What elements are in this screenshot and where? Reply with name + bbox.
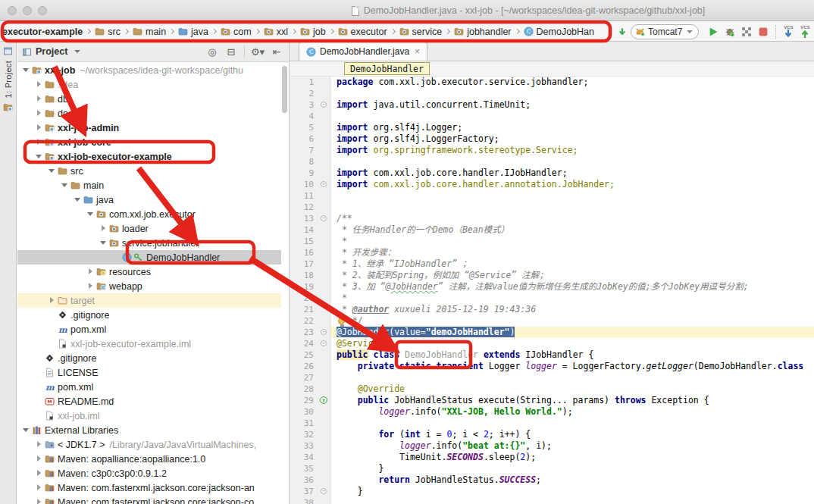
tree-item[interactable]: main — [17, 178, 281, 193]
run-configuration-select[interactable]: Tomcat7 — [631, 24, 699, 39]
gutter-line-number[interactable]: 24 — [290, 338, 318, 349]
gutter-line-number[interactable]: 26 — [290, 361, 318, 372]
collapse-arrow-icon[interactable] — [35, 152, 43, 161]
breadcrumb-item-job[interactable]: job — [299, 27, 327, 37]
tree-item[interactable]: xxl-job-core — [17, 135, 281, 149]
gutter-line-number[interactable]: 35 — [290, 463, 318, 474]
breadcrumb-item-main[interactable]: main — [132, 27, 167, 37]
code-line-26[interactable]: 26 private static transient Logger logge… — [290, 361, 814, 372]
expand-arrow-icon[interactable] — [35, 440, 43, 449]
intention-bulb-icon[interactable] — [338, 318, 346, 327]
gutter-line-number[interactable]: 1 — [290, 77, 318, 88]
debug-button[interactable] — [722, 23, 738, 40]
tree-item[interactable]: .gitignore — [17, 351, 281, 365]
code-line-31[interactable]: 31 — [290, 418, 814, 429]
tree-item[interactable]: .idea — [17, 77, 281, 92]
code-line-38[interactable]: 38 — [290, 497, 814, 504]
breadcrumb-item-jobhandler[interactable]: jobhandler — [453, 27, 512, 37]
fold-marker-icon[interactable]: − — [321, 329, 327, 335]
class-lens-pill[interactable]: DemoJobHandler — [344, 62, 430, 75]
tree-item[interactable]: doc — [17, 106, 281, 121]
expand-arrow-icon[interactable] — [48, 296, 56, 305]
tree-item[interactable]: loader — [17, 221, 281, 236]
fold-marker-icon[interactable]: − — [321, 102, 327, 108]
code-line-2[interactable]: 2 — [290, 88, 814, 99]
code-line-9[interactable]: 9import com.xxl.job.core.handler.IJobHan… — [290, 167, 814, 179]
override-method-icon[interactable]: ↑ — [320, 396, 327, 404]
breadcrumb-item-executor[interactable]: executor — [337, 27, 388, 37]
breadcrumb-item-service[interactable]: service — [399, 27, 443, 37]
navigate-down-icon[interactable] — [614, 23, 631, 40]
fold-marker-icon[interactable]: − — [321, 215, 327, 221]
tree-item[interactable]: < JDK1.7 >/Library/Java/JavaVirtualMachi… — [17, 437, 281, 452]
tree-item[interactable]: xxl-job-admin — [17, 121, 281, 135]
code-line-3[interactable]: 3−import java.util.concurrent.TimeUnit; — [290, 99, 814, 111]
gutter-line-number[interactable]: 38 — [290, 497, 318, 504]
code-line-11[interactable]: 11 — [290, 190, 814, 202]
gutter-line-number[interactable]: 4 — [290, 111, 318, 122]
code-line-18[interactable]: 18 * 2、装配到Spring，例如加 “@Service” 注解； — [290, 270, 814, 281]
gutter-line-number[interactable]: 15 — [290, 236, 318, 247]
gutter-line-number[interactable]: 9 — [290, 167, 318, 179]
expand-arrow-icon[interactable] — [35, 95, 43, 103]
gutter-line-number[interactable]: 6 — [290, 133, 318, 145]
tree-item[interactable]: xxl-job-executor-example.iml — [17, 337, 281, 351]
gutter-line-number[interactable]: 28 — [290, 383, 318, 395]
gear-icon[interactable]: ⚙▾ — [250, 46, 265, 58]
tree-item[interactable]: xxl-job.iml — [17, 409, 281, 423]
minimize-window-button[interactable] — [23, 6, 32, 15]
collapse-arrow-icon[interactable] — [61, 181, 69, 189]
tree-item[interactable]: Maven: aopalliance:aopalliance:1.0 — [17, 452, 281, 466]
code-line-10[interactable]: 10−import com.xxl.job.core.handler.annot… — [290, 179, 814, 190]
expand-arrow-icon[interactable] — [35, 498, 43, 504]
code-line-25[interactable]: 25public class DemoJobHandler extends IJ… — [290, 349, 814, 361]
code-line-30[interactable]: 30 logger.info("XXL-JOB, Hello World."); — [290, 406, 814, 418]
gutter-line-number[interactable]: 23 — [290, 327, 318, 338]
collapse-arrow-icon[interactable] — [74, 196, 82, 204]
breadcrumb-item-com[interactable]: com — [220, 27, 252, 37]
tree-item[interactable]: CDemoJobHandler — [17, 250, 281, 265]
code-line-27[interactable]: 27 — [290, 372, 814, 383]
code-line-21[interactable]: 21 * @author xuxueli 2015-12-19 19:43:36 — [290, 304, 814, 315]
gutter-line-number[interactable]: 5 — [290, 122, 318, 133]
gutter-line-number[interactable]: 37 — [290, 486, 318, 497]
code-line-28[interactable]: 28 @Override — [290, 383, 814, 395]
tree-item[interactable]: Maven: com.fasterxml.jackson.core:jackso… — [17, 481, 281, 495]
gutter-line-number[interactable]: 7 — [290, 145, 318, 156]
code-line-36[interactable]: 36 return JobHandleStatus.SUCCESS; — [290, 474, 814, 486]
collapse-arrow-icon[interactable] — [22, 66, 30, 74]
gutter-line-number[interactable]: 12 — [290, 202, 318, 213]
tree-item[interactable]: db — [17, 92, 281, 106]
expand-arrow-icon[interactable] — [35, 80, 43, 89]
tree-item[interactable]: mpom.xml — [17, 322, 281, 337]
code-line-7[interactable]: 7import org.springframework.stereotype.S… — [290, 145, 814, 156]
code-line-35[interactable]: 35 } — [290, 463, 814, 474]
fold-marker-icon[interactable]: − — [321, 488, 327, 494]
tab-demojobhandler[interactable]: C DemoJobHandler.java × — [299, 42, 427, 61]
code-line-5[interactable]: 5import org.slf4j.Logger; — [290, 122, 814, 133]
vcs-update-button[interactable]: VCS — [780, 25, 797, 38]
breadcrumb-item-xxl[interactable]: xxl — [263, 27, 289, 37]
code-line-4[interactable]: 4 — [290, 111, 814, 122]
tree-item[interactable]: MREADME.md — [17, 394, 281, 409]
code-line-33[interactable]: 33 logger.info("beat at:{}", i); — [290, 440, 814, 452]
code-line-6[interactable]: 6import org.slf4j.LoggerFactory; — [290, 133, 814, 145]
gutter-line-number[interactable]: 19 — [290, 281, 318, 293]
hide-panel-icon[interactable]: ⇤ — [269, 46, 284, 58]
tree-item[interactable]: webapp — [17, 279, 281, 293]
tree-item[interactable]: src — [17, 164, 281, 178]
gutter-line-number[interactable]: 18 — [290, 270, 318, 281]
tree-item[interactable]: mpom.xml — [17, 380, 281, 394]
gutter-line-number[interactable]: 13 — [290, 213, 318, 224]
code-line-22[interactable]: 22 */ — [290, 315, 814, 327]
gutter-line-number[interactable]: 27 — [290, 372, 318, 383]
code-line-23[interactable]: 23−@JobHander(value="demoJobHandler") — [290, 327, 814, 338]
gutter-line-number[interactable]: 11 — [290, 190, 318, 202]
tree-item[interactable]: Maven: com.fasterxml.jackson.core:jackso… — [17, 495, 281, 504]
code-line-14[interactable]: 14 * 任务Handler的一个Demo（Bean模式） — [290, 224, 814, 236]
tree-item[interactable]: target — [17, 293, 281, 308]
expand-arrow-icon[interactable] — [35, 138, 43, 146]
code-line-15[interactable]: 15 * — [290, 236, 814, 247]
code-line-32[interactable]: 32 for (int i = 0; i < 2; i++) { — [290, 429, 814, 440]
locate-icon[interactable]: ◎ — [205, 46, 220, 58]
